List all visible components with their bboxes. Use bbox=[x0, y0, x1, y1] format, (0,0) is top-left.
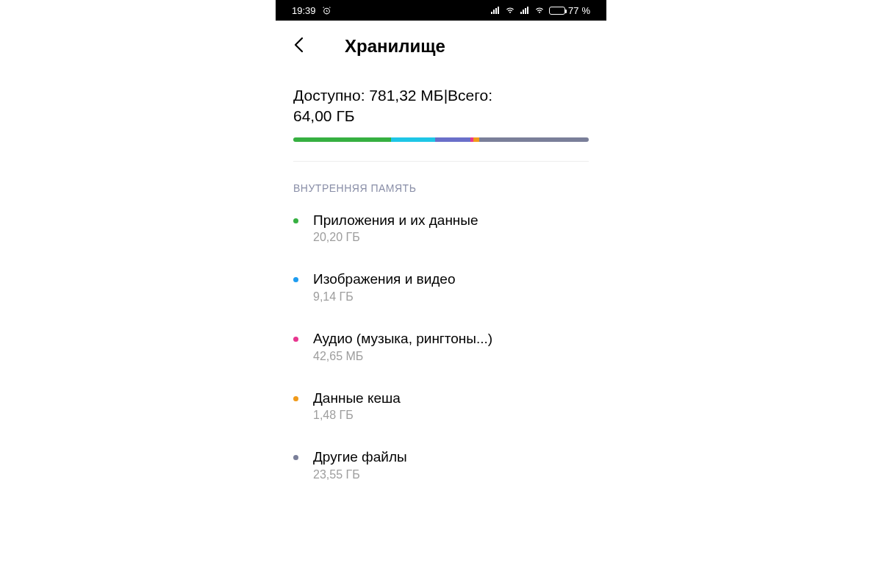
category-dot bbox=[293, 396, 298, 401]
category-item[interactable]: Изображения и видео9,14 ГБ bbox=[293, 257, 589, 317]
status-right: 77 % bbox=[490, 5, 590, 16]
category-list: Приложения и их данные20,20 ГБИзображени… bbox=[276, 198, 606, 495]
category-dot bbox=[293, 277, 298, 282]
battery-icon bbox=[549, 7, 565, 15]
bar-segment bbox=[293, 137, 391, 142]
section-label: ВНУТРЕННЯЯ ПАМЯТЬ bbox=[276, 162, 606, 198]
category-item[interactable]: Аудио (музыка, рингтоны...)42,65 МБ bbox=[293, 317, 589, 376]
category-dot bbox=[293, 337, 298, 342]
signal-icon-2 bbox=[520, 7, 530, 15]
bar-segment bbox=[473, 137, 479, 142]
category-text: Аудио (музыка, рингтоны...)42,65 МБ bbox=[313, 330, 492, 363]
category-title: Другие файлы bbox=[313, 448, 407, 467]
phone-frame: 19:39 bbox=[276, 0, 606, 588]
category-title: Аудио (музыка, рингтоны...) bbox=[313, 330, 492, 348]
battery-indicator: 77 % bbox=[549, 5, 590, 16]
category-item[interactable]: Приложения и их данные20,20 ГБ bbox=[293, 198, 589, 258]
category-size: 20,20 ГБ bbox=[313, 231, 478, 244]
bar-segment bbox=[479, 137, 589, 142]
summary-line2: 64,00 ГБ bbox=[293, 107, 355, 124]
category-text: Другие файлы23,55 ГБ bbox=[313, 448, 407, 481]
alarm-icon bbox=[322, 6, 331, 15]
category-title: Данные кеша bbox=[313, 390, 401, 408]
category-size: 23,55 ГБ bbox=[313, 468, 407, 481]
summary-line1: Доступно: 781,32 МБ|Всего: bbox=[293, 87, 492, 104]
category-size: 42,65 МБ bbox=[313, 350, 492, 363]
status-time: 19:39 bbox=[292, 5, 316, 16]
category-title: Приложения и их данные bbox=[313, 212, 478, 230]
status-left: 19:39 bbox=[292, 5, 331, 16]
category-item[interactable]: Данные кеша1,48 ГБ bbox=[293, 376, 589, 436]
back-button[interactable] bbox=[293, 34, 309, 59]
signal-icon bbox=[490, 7, 501, 15]
category-text: Изображения и видео9,14 ГБ bbox=[313, 270, 456, 304]
status-bar: 19:39 bbox=[276, 0, 606, 21]
storage-bar bbox=[293, 137, 589, 142]
category-dot bbox=[293, 455, 298, 460]
page-title: Хранилище bbox=[345, 36, 445, 57]
battery-suffix: % bbox=[581, 5, 590, 16]
chevron-left-icon bbox=[293, 37, 304, 53]
category-text: Приложения и их данные20,20 ГБ bbox=[313, 212, 478, 245]
category-item[interactable]: Другие файлы23,55 ГБ bbox=[293, 435, 589, 495]
wifi-icon bbox=[505, 7, 515, 15]
category-text: Данные кеша1,48 ГБ bbox=[313, 390, 401, 423]
category-size: 9,14 ГБ bbox=[313, 290, 456, 304]
header: Хранилище bbox=[276, 21, 606, 66]
category-dot bbox=[293, 218, 298, 223]
summary-text: Доступно: 781,32 МБ|Всего: 64,00 ГБ bbox=[293, 85, 589, 127]
battery-percent: 77 bbox=[568, 5, 578, 16]
bar-segment bbox=[391, 137, 435, 142]
bar-segment bbox=[435, 137, 470, 142]
category-title: Изображения и видео bbox=[313, 270, 456, 289]
category-size: 1,48 ГБ bbox=[313, 409, 401, 422]
wifi-icon-2 bbox=[534, 7, 545, 15]
storage-summary: Доступно: 781,32 МБ|Всего: 64,00 ГБ bbox=[276, 66, 606, 142]
